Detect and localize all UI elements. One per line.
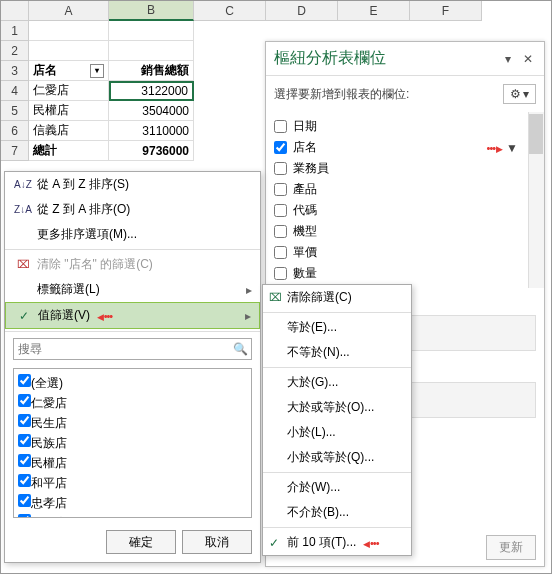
col-header-e[interactable]: E [338, 1, 410, 21]
funnel-icon[interactable]: ▼ [506, 141, 518, 155]
scrollbar-thumb[interactable] [529, 114, 543, 154]
highlight-arrow-icon: ••• [363, 537, 379, 549]
chevron-down-icon: ▾ [523, 87, 529, 101]
grand-total-value[interactable]: 9736000 [109, 141, 194, 161]
col-header-a[interactable]: A [29, 1, 109, 21]
row-header[interactable]: 5 [1, 101, 29, 121]
greater-equal-item[interactable]: 大於或等於(O)... [263, 395, 411, 420]
checkbox[interactable] [274, 204, 287, 217]
checkbox[interactable] [18, 434, 31, 447]
checkbox[interactable] [18, 474, 31, 487]
pane-dropdown-icon[interactable]: ▾ [500, 52, 516, 66]
field-row[interactable]: 代碼 [274, 200, 536, 221]
checkbox[interactable] [18, 374, 31, 387]
pivot-row-header-label: 店名 [33, 62, 57, 79]
field-row[interactable]: 數量 [274, 263, 536, 284]
checkbox[interactable] [274, 120, 287, 133]
check-icon: ✓ [269, 536, 279, 550]
checkbox[interactable] [18, 414, 31, 427]
checkbox[interactable] [274, 141, 287, 154]
cell[interactable]: 信義店 [29, 121, 109, 141]
cell[interactable] [29, 21, 109, 41]
value-filter-item[interactable]: ✓值篩選(V) •••▸ [5, 302, 260, 329]
greater-than-item[interactable]: 大於(G)... [263, 370, 411, 395]
checkbox[interactable] [274, 267, 287, 280]
field-row[interactable]: 機型 [274, 221, 536, 242]
list-item[interactable]: 信義店 [18, 513, 247, 518]
checkbox[interactable] [274, 162, 287, 175]
autofilter-menu: A↓Z從 A 到 Z 排序(S) Z↓A從 Z 到 A 排序(O) 更多排序選項… [4, 171, 261, 563]
grand-total-label[interactable]: 總計 [29, 141, 109, 161]
highlight-arrow-icon: ••• [487, 142, 503, 154]
cell[interactable]: 仁愛店 [29, 81, 109, 101]
close-icon[interactable]: ✕ [520, 52, 536, 66]
cancel-button[interactable]: 取消 [182, 530, 252, 554]
pivot-row-header[interactable]: 店名 ▾ [29, 61, 109, 81]
clear-filter-subitem[interactable]: ⌧清除篩選(C) [263, 285, 411, 310]
col-header-d[interactable]: D [266, 1, 338, 21]
row-header[interactable]: 2 [1, 41, 29, 61]
top10-item[interactable]: ✓前 10 項(T)... ••• [263, 530, 411, 555]
field-row[interactable]: 業務員 [274, 158, 536, 179]
list-item[interactable]: 忠孝店 [18, 493, 247, 513]
value-filter-submenu: ⌧清除篩選(C) 等於(E)... 不等於(N)... 大於(G)... 大於或… [262, 284, 412, 556]
less-equal-item[interactable]: 小於或等於(Q)... [263, 445, 411, 470]
clear-filter-item[interactable]: ⌧清除 "店名" 的篩選(C) [5, 252, 260, 277]
search-input[interactable] [13, 338, 252, 360]
sort-asc-item[interactable]: A↓Z從 A 到 Z 排序(S) [5, 172, 260, 197]
list-item[interactable]: (全選) [18, 373, 247, 393]
sort-desc-item[interactable]: Z↓A從 Z 到 A 排序(O) [5, 197, 260, 222]
checkbox[interactable] [18, 514, 31, 518]
col-header-b[interactable]: B [109, 1, 194, 21]
checkbox[interactable] [18, 454, 31, 467]
field-row[interactable]: 店名•••▼ [274, 137, 536, 158]
not-between-item[interactable]: 不介於(B)... [263, 500, 411, 525]
list-item[interactable]: 民生店 [18, 413, 247, 433]
scrollbar-track[interactable] [528, 112, 544, 288]
field-row[interactable]: 日期 [274, 116, 536, 137]
row-header[interactable]: 1 [1, 21, 29, 41]
cell[interactable] [109, 41, 194, 61]
select-all-corner[interactable] [1, 1, 29, 21]
more-sort-item[interactable]: 更多排序選項(M)... [5, 222, 260, 247]
cell[interactable] [29, 41, 109, 61]
cell[interactable]: 3110000 [109, 121, 194, 141]
list-item[interactable]: 仁愛店 [18, 393, 247, 413]
field-row[interactable]: 產品 [274, 179, 536, 200]
row-header[interactable]: 6 [1, 121, 29, 141]
row-header[interactable]: 3 [1, 61, 29, 81]
layout-options-button[interactable]: ⚙▾ [503, 84, 536, 104]
not-equals-item[interactable]: 不等於(N)... [263, 340, 411, 365]
pane-title: 樞紐分析表欄位 [274, 48, 386, 69]
update-button[interactable]: 更新 [486, 535, 536, 560]
row-header[interactable]: 7 [1, 141, 29, 161]
cell[interactable]: 民權店 [29, 101, 109, 121]
list-item[interactable]: 民族店 [18, 433, 247, 453]
ok-button[interactable]: 確定 [106, 530, 176, 554]
search-icon: 🔍 [233, 342, 248, 356]
label-filter-item[interactable]: 標籤篩選(L)▸ [5, 277, 260, 302]
filter-checkbox-list[interactable]: (全選) 仁愛店 民生店 民族店 民權店 和平店 忠孝店 信義店 [13, 368, 252, 518]
field-row[interactable]: 單價 [274, 242, 536, 263]
col-header-c[interactable]: C [194, 1, 266, 21]
list-item[interactable]: 和平店 [18, 473, 247, 493]
checkbox[interactable] [274, 225, 287, 238]
checkbox[interactable] [274, 183, 287, 196]
col-header-f[interactable]: F [410, 1, 482, 21]
checkbox[interactable] [18, 394, 31, 407]
equals-item[interactable]: 等於(E)... [263, 315, 411, 340]
pivot-value-header[interactable]: 銷售總額 [109, 61, 194, 81]
value-filter-label: 值篩選(V) [38, 307, 90, 324]
checkbox[interactable] [18, 494, 31, 507]
row-header[interactable]: 4 [1, 81, 29, 101]
filter-dropdown-icon[interactable]: ▾ [90, 64, 104, 78]
checkbox[interactable] [274, 246, 287, 259]
cell[interactable] [109, 21, 194, 41]
less-than-item[interactable]: 小於(L)... [263, 420, 411, 445]
between-item[interactable]: 介於(W)... [263, 475, 411, 500]
label-filter-label: 標籤篩選(L) [37, 281, 100, 298]
selected-cell[interactable]: 3122000 [109, 81, 194, 101]
cell[interactable]: 3504000 [109, 101, 194, 121]
chevron-right-icon: ▸ [245, 309, 251, 323]
list-item[interactable]: 民權店 [18, 453, 247, 473]
